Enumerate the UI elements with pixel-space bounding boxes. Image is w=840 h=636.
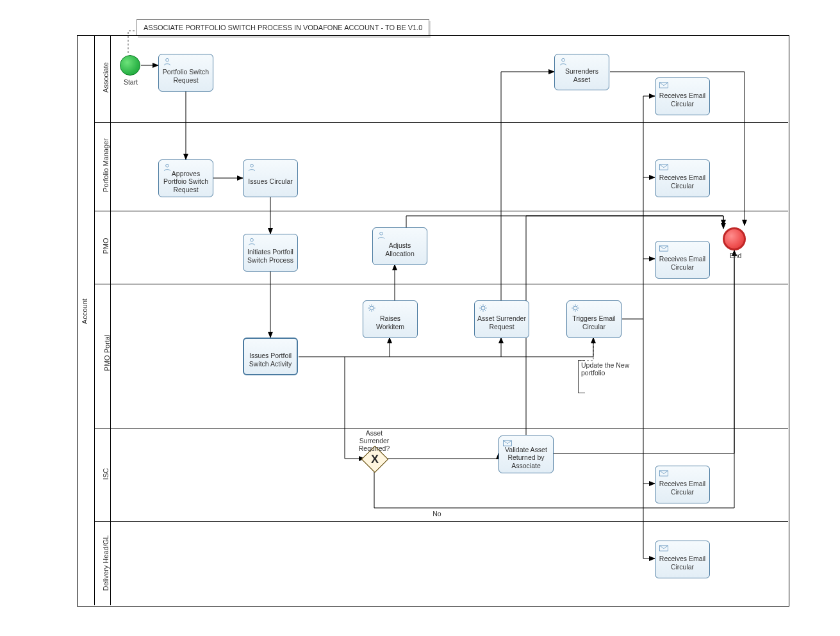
task-surrenders-asset: Surrenders Asset xyxy=(554,54,609,90)
end-event-label: End xyxy=(728,252,743,259)
lane-label-associate: Associate xyxy=(102,55,110,100)
task-label: Receives Email Circular xyxy=(658,174,707,189)
task-label: Portfolio Switch Request xyxy=(161,68,210,83)
task-receives-email-circular-pm: Receives Email Circular xyxy=(655,159,710,197)
task-label: Issues Portfoil Switch Activity xyxy=(247,352,294,367)
task-initiates-portfolio-switch-process: Initiates Portfoil Switch Process xyxy=(243,234,298,272)
lane-sep-2 xyxy=(94,211,788,211)
task-label: Surrenders Asset xyxy=(557,67,606,83)
task-label: Receives Email Circular xyxy=(658,92,707,107)
annotation-text: Update the New portfolio xyxy=(581,361,629,377)
task-receives-email-circular-pmo: Receives Email Circular xyxy=(655,241,710,279)
task-portfolio-switch-request: Portfolio Switch Request xyxy=(158,54,213,92)
service-task-icon xyxy=(571,304,580,313)
svg-point-7 xyxy=(380,232,383,235)
lane-label-pmo-portal: PMO Portal xyxy=(103,324,111,382)
start-event xyxy=(120,55,140,76)
message-task-icon xyxy=(503,439,512,448)
user-task-icon xyxy=(559,57,568,66)
lane-label-pmo: PMO xyxy=(102,230,110,262)
end-event xyxy=(723,227,746,250)
task-receives-email-circular-isc: Receives Email Circular xyxy=(655,466,710,503)
service-task-icon xyxy=(367,304,376,313)
task-receives-email-circular-associate: Receives Email Circular xyxy=(655,77,710,115)
svg-point-1 xyxy=(562,58,565,61)
svg-point-10 xyxy=(481,306,485,310)
task-label: Initiates Portfoil Switch Process xyxy=(246,248,295,263)
task-label: Triggers Email Circular xyxy=(570,314,618,330)
diagram-canvas: ASSOCIATE PORTFOLIO SWITCH PROCESS IN VO… xyxy=(0,0,840,636)
lane-label-delivery-head-gl: Delivery Head/GL xyxy=(102,528,110,598)
task-label: Adjusts Allocation xyxy=(375,241,424,257)
task-label: Receives Email Circular xyxy=(658,480,707,495)
lane-sep-3 xyxy=(94,284,788,284)
task-raises-workitem: Raises Workitem xyxy=(363,300,418,338)
task-label: Receives Email Circular xyxy=(658,555,707,570)
svg-point-4 xyxy=(251,164,254,167)
svg-point-6 xyxy=(251,238,254,241)
lane-header-separator xyxy=(110,35,111,605)
gateway-no-label: No xyxy=(429,510,445,518)
message-task-icon xyxy=(659,244,668,253)
task-label: Issues Circular xyxy=(248,177,292,185)
task-approves-portfolio-switch-request: Approves Portfoio Switch Request xyxy=(158,159,213,197)
pool-label: Account xyxy=(81,295,88,327)
start-event-label: Start xyxy=(119,78,142,86)
svg-point-0 xyxy=(166,58,169,61)
user-task-icon xyxy=(247,237,256,246)
task-triggers-email-circular: Triggers Email Circular xyxy=(566,300,622,338)
svg-point-9 xyxy=(370,306,374,310)
user-task-icon xyxy=(377,231,386,240)
task-asset-surrender-request: Asset Surrender Request xyxy=(474,300,529,338)
service-task-icon xyxy=(479,304,488,313)
svg-point-3 xyxy=(166,164,169,167)
task-label: Approves Portfoio Switch Request xyxy=(161,170,210,193)
task-issues-circular: Issues Circular xyxy=(243,159,298,197)
diagram-title-annotation: ASSOCIATE PORTFOLIO SWITCH PROCESS IN VO… xyxy=(136,19,429,36)
task-label: Raises Workitem xyxy=(366,314,415,330)
message-task-icon xyxy=(659,469,668,478)
task-label: Asset Surrender Request xyxy=(477,314,526,330)
diagram-title-text: ASSOCIATE PORTFOLIO SWITCH PROCESS IN VO… xyxy=(144,24,422,31)
user-task-icon xyxy=(247,163,256,172)
lane-label-porfolio-manager: Porfolio Manager xyxy=(102,130,110,200)
task-adjusts-allocation: Adjusts Allocation xyxy=(372,227,427,265)
lane-sep-4 xyxy=(94,428,788,428)
gateway-label: Asset Surrender Required? xyxy=(353,429,395,452)
task-validate-asset-returned: Validate Asset Returned by Associate xyxy=(498,436,554,473)
message-task-icon xyxy=(659,544,668,553)
task-label: Receives Email Circular xyxy=(658,255,707,270)
message-task-icon xyxy=(659,81,668,90)
lane-label-isc: ISC xyxy=(102,458,110,490)
lane-sep-1 xyxy=(94,122,788,123)
task-issues-portfolio-switch-activity: Issues Portfoil Switch Activity xyxy=(243,338,298,375)
task-receives-email-circular-dh: Receives Email Circular xyxy=(655,541,710,578)
svg-point-11 xyxy=(573,306,577,310)
lane-sep-5 xyxy=(94,521,788,522)
message-task-icon xyxy=(659,163,668,172)
user-task-icon xyxy=(163,57,172,66)
pool-header-separator xyxy=(94,35,95,605)
task-label: Validate Asset Returned by Associate xyxy=(502,446,550,469)
user-task-icon xyxy=(163,163,172,172)
annotation-update-new-portfolio: Update the New portfolio xyxy=(578,360,640,393)
